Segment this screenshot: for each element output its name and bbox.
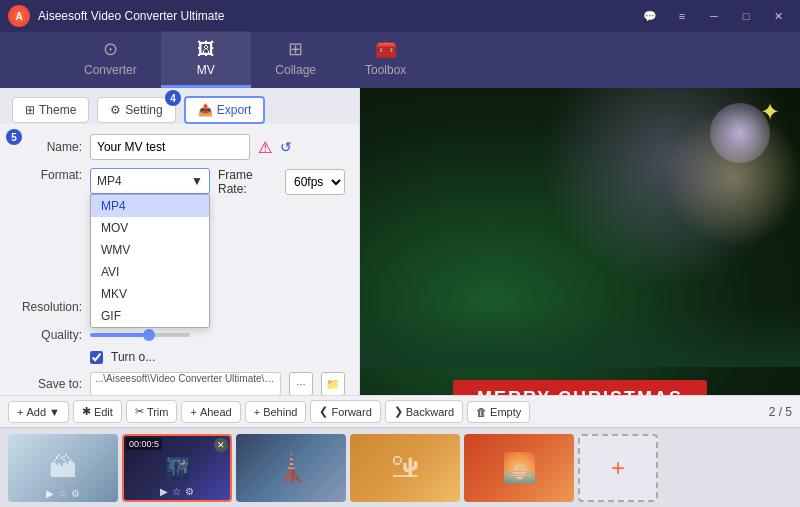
nav-bar: ⊙ Converter 🖼 MV ⊞ Collage 🧰 Toolbox [0,32,800,88]
turnon-text: Turn o... [111,350,155,364]
film-thumb-2-label: 00:00:5 [126,438,162,450]
close-button[interactable]: ✕ [764,5,792,27]
menu-icon[interactable]: ≡ [668,5,696,27]
format-option-mp4[interactable]: MP4 [91,195,209,217]
format-option-mkv[interactable]: MKV [91,283,209,305]
empty-button[interactable]: 🗑 Empty [467,401,530,423]
tab-toolbox[interactable]: 🧰 Toolbox [341,30,431,88]
trim-icon: ✂ [135,405,144,418]
saveto-folder-button[interactable]: 📁 [321,372,345,396]
minimize-button[interactable]: ─ [700,5,728,27]
film-thumb-1[interactable]: 🏔 ▶ ☆ ⚙ [8,434,118,502]
saveto-label: Save to: [14,377,82,391]
sub-tab-export[interactable]: 📤 Export [184,96,266,124]
sub-tab-export-label: Export [217,103,252,117]
turnon-checkbox[interactable] [90,351,103,364]
film-thumb-3-bg: 🗼 [236,434,346,502]
setting-icon: ⚙ [110,103,121,117]
tab-mv-label: MV [197,63,215,77]
tab-converter[interactable]: ⊙ Converter [60,30,161,88]
film-thumb-2[interactable]: 🌃 00:00:5 ✕ ▶ ☆ ⚙ [122,434,232,502]
sub-tab-setting-label: Setting [125,103,162,117]
framerate-label: Frame Rate: [218,168,279,196]
trash-icon: 🗑 [476,406,487,418]
play-icon-1: ▶ [46,488,54,499]
quality-slider[interactable] [90,333,190,337]
name-input[interactable] [90,134,250,160]
chat-icon[interactable]: 💬 [636,5,664,27]
format-chevron-icon: ▼ [191,174,203,188]
framerate-select[interactable]: 60fps 30fps 24fps [285,169,345,195]
film-thumb-5-bg: 🌅 [464,434,574,502]
saveto-path: ...\Aiseesoft\Video Converter Ultimate\M… [90,372,281,396]
ahead-label: Ahead [200,406,232,418]
film-thumb-1-icons: ▶ ☆ ⚙ [46,488,80,499]
format-label: Format: [14,168,82,182]
format-option-avi[interactable]: AVI [91,261,209,283]
tab-collage-label: Collage [275,63,316,77]
add-icon: + [17,406,23,418]
format-dropdown: MP4 MOV WMV AVI MKV GIF [90,194,210,328]
ahead-button[interactable]: + Ahead [181,401,240,423]
name-warning-icon: ⚠ [258,138,272,157]
clock-icon-1: ☆ [58,488,67,499]
add-label: Add [26,406,46,418]
film-add-plus-icon: + [611,454,625,482]
clock-icon-2: ☆ [172,486,181,497]
tab-converter-label: Converter [84,63,137,77]
name-label: Name: [14,140,82,154]
trim-label: Trim [147,406,169,418]
name-row: Name: ⚠ ↺ [14,134,345,160]
collage-icon: ⊞ [288,38,303,60]
title-bar: A Aiseesoft Video Converter Ultimate 💬 ≡… [0,0,800,32]
forward-icon: ❮ [319,405,328,418]
edit-button[interactable]: ✱ Edit [73,400,122,423]
mv-icon: 🖼 [197,39,215,60]
behind-icon: + [254,406,260,418]
film-thumb-4-bg: 🏜 [350,434,460,502]
film-thumb-2-icons: ▶ ☆ ⚙ [160,486,194,497]
film-thumb-4[interactable]: 🏜 [350,434,460,502]
name-refresh-icon[interactable]: ↺ [280,139,292,155]
tab-mv[interactable]: 🖼 MV [161,31,251,88]
film-thumb-5[interactable]: 🌅 [464,434,574,502]
format-option-wmv[interactable]: WMV [91,239,209,261]
backward-label: Backward [406,406,454,418]
theme-icon: ⊞ [25,103,35,117]
bottom-section: + Add ▼ ✱ Edit ✂ Trim + Ahead + Behind ❮… [0,395,800,507]
format-row: Format: MP4 ▼ MP4 MOV WMV AVI MKV GIF [14,168,345,196]
trim-button[interactable]: ✂ Trim [126,400,178,423]
edit-label: Edit [94,406,113,418]
sub-tab-theme[interactable]: ⊞ Theme [12,97,89,123]
ahead-icon: + [190,406,196,418]
play-icon-2: ▶ [160,486,168,497]
film-add-button[interactable]: + [578,434,658,502]
turnon-row: Turn o... [14,350,345,364]
backward-button[interactable]: ❯ Backward [385,400,463,423]
format-select-button[interactable]: MP4 ▼ [90,168,210,194]
edit-icon: ✱ [82,405,91,418]
format-selected-value: MP4 [97,174,122,188]
maximize-button[interactable]: □ [732,5,760,27]
sub-tab-setting[interactable]: ⚙ Setting [97,97,175,123]
backward-icon: ❯ [394,405,403,418]
behind-label: Behind [263,406,297,418]
add-button[interactable]: + Add ▼ [8,401,69,423]
film-thumb-2-remove[interactable]: ✕ [214,438,228,452]
tab-collage[interactable]: ⊞ Collage [251,30,341,88]
saveto-ellipsis-button[interactable]: ··· [289,372,313,396]
window-controls: 💬 ≡ ─ □ ✕ [636,5,792,27]
format-option-gif[interactable]: GIF [91,305,209,327]
film-strip: 🏔 ▶ ☆ ⚙ 🌃 00:00:5 ✕ ▶ ☆ ⚙ 🗼 [0,427,800,507]
tab-toolbox-label: Toolbox [365,63,406,77]
bottom-toolbar: + Add ▼ ✱ Edit ✂ Trim + Ahead + Behind ❮… [0,395,800,427]
forward-button[interactable]: ❮ Forward [310,400,380,423]
format-option-mov[interactable]: MOV [91,217,209,239]
behind-button[interactable]: + Behind [245,401,307,423]
saveto-row: Save to: ...\Aiseesoft\Video Converter U… [14,372,345,396]
converter-icon: ⊙ [103,38,118,60]
video-preview: ✦ MERRY CHRISTMAS [360,88,800,447]
settings-icon-2: ⚙ [185,486,194,497]
film-thumb-3[interactable]: 🗼 [236,434,346,502]
city-gradient [360,307,800,367]
